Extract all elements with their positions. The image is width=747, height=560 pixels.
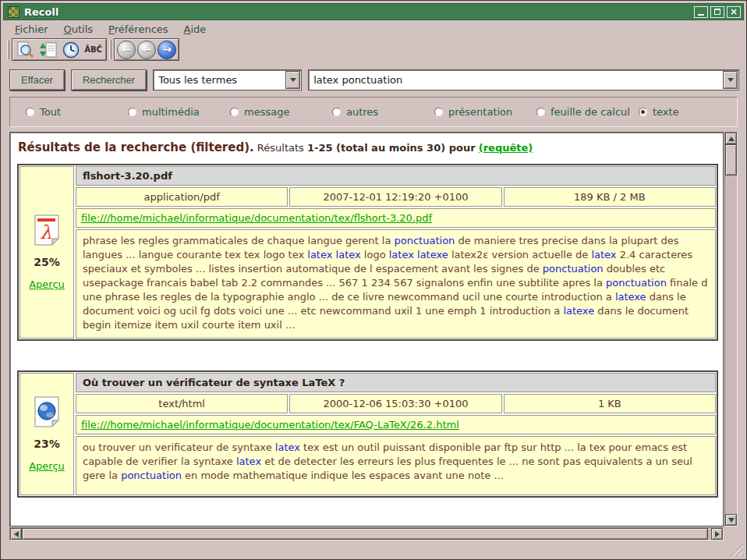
- filter-tout[interactable]: Tout: [26, 106, 128, 118]
- search-row: Effacer Rechercher Tous les termes: [9, 69, 739, 90]
- query-combo[interactable]: [308, 69, 739, 90]
- filter-presentation[interactable]: présentation: [434, 106, 536, 118]
- document-search-icon: [16, 41, 35, 58]
- filter-feuille-de-calcul[interactable]: feuille de calcul: [536, 106, 639, 118]
- arrow-left-icon: ←: [142, 44, 151, 55]
- pdf-icon: λ: [34, 214, 60, 246]
- results-header: Résultats de la recherche (filtered). Ré…: [15, 139, 720, 154]
- result-snippet: phrase les regles grammaticales de chaqu…: [76, 229, 716, 338]
- filter-texte[interactable]: texte: [639, 106, 679, 118]
- search-type-value: Tous les termes: [154, 74, 285, 86]
- arrow-up-icon: [728, 136, 735, 141]
- filter-multimedia[interactable]: multimédia: [128, 106, 230, 118]
- filter-label: feuille de calcul: [551, 106, 630, 118]
- search-input[interactable]: [309, 74, 722, 86]
- previous-page-button[interactable]: ←: [137, 41, 156, 59]
- result-details: Où trouver un vérificateur de syntaxe La…: [76, 373, 716, 495]
- recoll-window: Recoll × Fichier Outils Préférences Aide: [0, 0, 747, 560]
- document-sort-icon: [39, 41, 58, 58]
- vertical-scrollbar[interactable]: [724, 132, 738, 526]
- radio-icon[interactable]: [332, 108, 341, 116]
- result-snippet: ou trouver un verificateur de syntaxe la…: [76, 436, 716, 495]
- menu-fichier[interactable]: Fichier: [8, 22, 55, 37]
- filter-label: présentation: [448, 106, 512, 118]
- term-explorer-button[interactable]: ÂBĈ: [83, 40, 104, 59]
- vertical-scroll-thumb[interactable]: [725, 144, 737, 175]
- horizontal-scroll-thumb[interactable]: [22, 528, 708, 540]
- sort-parameters-button[interactable]: [37, 40, 58, 59]
- result-date: 2007-12-01 12:19:20 +0100: [289, 187, 501, 207]
- result-url-row: file:///home/michael/informatique/docume…: [76, 415, 716, 434]
- radio-icon[interactable]: [639, 108, 647, 116]
- result-details: flshort-3.20.pdf application/pdf 2007-12…: [76, 166, 716, 338]
- resize-grip[interactable]: [730, 543, 743, 556]
- category-filter-frame: Tout multimédia message autres présentat…: [9, 97, 738, 127]
- result-side-panel: λ 25% Aperçu: [19, 166, 74, 338]
- maximize-icon: [714, 9, 720, 15]
- clear-button[interactable]: Effacer: [9, 69, 65, 90]
- query-link[interactable]: (requête): [479, 142, 533, 154]
- status-strip: [3, 541, 744, 557]
- toolbar-group-tools: ÂBĈ: [12, 38, 107, 61]
- radio-icon[interactable]: [26, 108, 34, 116]
- result-item: 23% Aperçu Où trouver un vérificateur de…: [17, 370, 718, 498]
- menu-preferences[interactable]: Préférences: [101, 22, 175, 37]
- radio-icon[interactable]: [230, 108, 239, 116]
- next-page-button[interactable]: →: [158, 41, 176, 59]
- search-button[interactable]: Rechercher: [71, 69, 147, 90]
- filter-label: multimédia: [142, 106, 200, 118]
- filter-label: texte: [653, 106, 679, 118]
- search-type-select[interactable]: Tous les termes: [153, 69, 302, 90]
- result-title[interactable]: Où trouver un vérificateur de syntaxe La…: [76, 373, 716, 392]
- radio-icon[interactable]: [434, 108, 443, 116]
- menu-outils[interactable]: Outils: [57, 22, 101, 37]
- arrow-right-icon: →: [162, 44, 172, 55]
- filter-message[interactable]: message: [230, 106, 332, 118]
- result-url-link[interactable]: file:///home/michael/informatique/docume…: [81, 212, 432, 224]
- advanced-search-button[interactable]: [15, 40, 36, 59]
- result-url-row: file:///home/michael/informatique/docume…: [76, 208, 716, 228]
- result-mime: application/pdf: [76, 187, 288, 207]
- chevron-down-icon[interactable]: [723, 71, 738, 89]
- filter-label: autres: [346, 106, 378, 118]
- radio-icon[interactable]: [536, 108, 545, 116]
- result-meta-row: application/pdf 2007-12-01 12:19:20 +010…: [76, 187, 716, 207]
- scroll-down-button[interactable]: [725, 514, 737, 526]
- result-mime: text/html: [76, 394, 288, 413]
- result-date: 2000-12-06 15:03:30 +0100: [289, 394, 501, 413]
- scroll-right-button[interactable]: [711, 528, 723, 540]
- close-button[interactable]: ×: [727, 6, 741, 18]
- horizontal-scrollbar[interactable]: [9, 527, 724, 541]
- scroll-left-button[interactable]: [10, 528, 22, 540]
- arrow-right-icon: [715, 531, 720, 537]
- toolbar-handle[interactable]: [109, 41, 112, 59]
- preview-link[interactable]: Aperçu: [29, 460, 65, 472]
- app-logo-icon: [8, 6, 19, 18]
- toolbar-group-navigation: ← ← →: [114, 38, 179, 61]
- relevance-percent: 23%: [34, 438, 60, 450]
- scroll-up-button[interactable]: [725, 133, 737, 144]
- window-title: Recoll: [24, 6, 58, 18]
- result-item: λ 25% Aperçu flshort-3.20.pdf applicatio…: [17, 164, 718, 341]
- filter-autres[interactable]: autres: [332, 106, 434, 118]
- arrow-left-icon: [14, 531, 19, 537]
- relevance-percent: 25%: [34, 256, 60, 268]
- preview-link[interactable]: Aperçu: [29, 278, 65, 290]
- radio-icon[interactable]: [128, 108, 136, 116]
- toolbar: ÂBĈ ← ← →: [3, 37, 744, 62]
- clock-icon: [62, 41, 80, 58]
- toolbar-handle[interactable]: [7, 41, 9, 59]
- minimize-button[interactable]: [694, 6, 708, 18]
- first-page-button[interactable]: ←: [117, 41, 136, 59]
- results-count-prefix: Résultats: [257, 142, 304, 154]
- titlebar[interactable]: Recoll ×: [3, 3, 744, 20]
- result-url-link[interactable]: file:///home/michael/informatique/docume…: [81, 419, 459, 431]
- document-history-button[interactable]: [60, 40, 81, 59]
- svg-text:λ: λ: [40, 222, 51, 243]
- result-size: 1 KB: [504, 394, 716, 413]
- menu-aide[interactable]: Aide: [177, 22, 214, 37]
- results-list: Résultats de la recherche (filtered). Ré…: [9, 132, 724, 526]
- result-title[interactable]: flshort-3.20.pdf: [76, 166, 716, 186]
- chevron-down-icon[interactable]: [285, 71, 300, 89]
- maximize-button[interactable]: [710, 6, 724, 18]
